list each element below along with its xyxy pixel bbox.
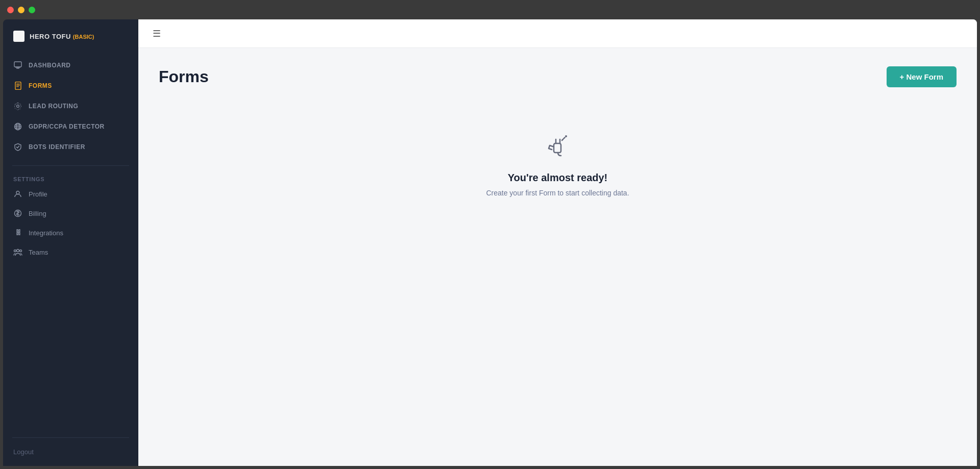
empty-state: You're almost ready! Create your first F… <box>159 87 957 238</box>
sidebar-item-bots[interactable]: BOTS IDENTIFIER <box>3 137 138 157</box>
main-content: ☰ Forms + New Form <box>138 19 977 466</box>
hamburger-button[interactable]: ☰ <box>151 27 163 40</box>
shield-icon <box>13 142 22 152</box>
sidebar-item-dashboard-label: DASHBOARD <box>29 62 71 69</box>
sidebar-bottom: Logout <box>3 427 138 466</box>
minimize-button[interactable] <box>18 7 24 13</box>
empty-state-subtitle: Create your first Form to start collecti… <box>486 189 629 197</box>
svg-rect-6 <box>16 86 19 87</box>
svg-point-12 <box>16 191 19 194</box>
sidebar: HERO TOFU(BASIC) DASHBOARD <box>3 19 138 466</box>
svg-rect-2 <box>15 67 20 68</box>
sidebar-item-gdpr-label: GDPR/CCPA DETECTOR <box>29 123 105 130</box>
sidebar-item-billing-label: Billing <box>29 210 46 217</box>
sidebar-item-teams[interactable]: Teams <box>3 242 138 262</box>
sidebar-item-integrations[interactable]: Integrations <box>3 223 138 242</box>
hamburger-icon: ☰ <box>153 29 161 39</box>
sidebar-item-teams-label: Teams <box>29 249 48 256</box>
titlebar <box>0 0 980 19</box>
sidebar-divider-1 <box>12 165 129 166</box>
empty-state-icon <box>542 128 574 161</box>
new-form-button[interactable]: + New Form <box>887 66 957 87</box>
titlebar-buttons <box>7 7 35 13</box>
settings-section-label: SETTINGS <box>3 171 138 184</box>
svg-point-16 <box>14 250 16 252</box>
sidebar-item-dashboard[interactable]: DASHBOARD <box>3 55 138 76</box>
sidebar-item-gdpr[interactable]: GDPR/CCPA DETECTOR <box>3 116 138 137</box>
svg-line-21 <box>562 137 565 140</box>
sidebar-item-forms[interactable]: FORMS <box>3 76 138 96</box>
app-window: HERO TOFU(BASIC) DASHBOARD <box>3 19 977 466</box>
brand-name-text: HERO TOFU <box>30 33 71 40</box>
svg-rect-1 <box>16 68 19 69</box>
empty-state-title: You're almost ready! <box>508 172 608 184</box>
puzzle-icon <box>13 228 22 237</box>
sidebar-item-forms-label: FORMS <box>29 82 52 89</box>
document-icon <box>13 81 22 90</box>
page-header: Forms + New Form <box>159 66 957 87</box>
content-area: Forms + New Form <box>138 48 977 466</box>
svg-rect-5 <box>16 85 20 86</box>
sidebar-item-lead-routing[interactable]: LEAD ROUTING <box>3 96 138 116</box>
sidebar-navigation: DASHBOARD FORMS <box>3 52 138 160</box>
svg-rect-3 <box>15 82 21 90</box>
brand-name: HERO TOFU(BASIC) <box>30 32 94 41</box>
maximize-button[interactable] <box>29 7 35 13</box>
team-icon <box>13 248 22 257</box>
sidebar-brand: HERO TOFU(BASIC) <box>3 19 138 52</box>
svg-point-22 <box>565 135 567 137</box>
svg-rect-0 <box>14 62 21 67</box>
dollar-icon <box>13 209 22 218</box>
brand-badge: (BASIC) <box>73 34 94 40</box>
sidebar-item-billing[interactable]: Billing <box>3 204 138 223</box>
svg-rect-18 <box>554 143 561 153</box>
logout-button[interactable]: Logout <box>3 443 138 461</box>
topbar: ☰ <box>138 19 977 48</box>
svg-rect-4 <box>16 84 20 84</box>
logout-label: Logout <box>13 448 34 456</box>
close-button[interactable] <box>7 7 14 13</box>
monitor-icon <box>13 61 22 70</box>
sidebar-item-profile[interactable]: Profile <box>3 184 138 204</box>
sidebar-item-profile-label: Profile <box>29 190 47 198</box>
sidebar-item-lead-routing-label: LEAD ROUTING <box>29 103 78 110</box>
brand-icon <box>13 31 24 42</box>
page-title: Forms <box>159 67 209 86</box>
sidebar-item-integrations-label: Integrations <box>29 229 63 237</box>
person-icon <box>13 189 22 199</box>
sidebar-item-bots-label: BOTS IDENTIFIER <box>29 143 85 151</box>
svg-point-15 <box>17 250 19 252</box>
sidebar-divider-2 <box>12 437 129 438</box>
gear-icon <box>13 102 22 111</box>
globe-icon <box>13 122 22 131</box>
svg-point-17 <box>20 250 22 252</box>
